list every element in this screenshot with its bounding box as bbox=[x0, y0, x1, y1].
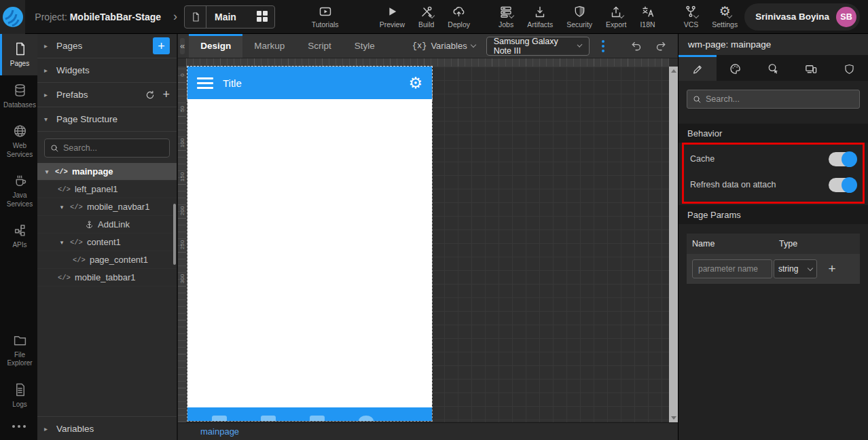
sidebar-item-java-services[interactable]: Java Services bbox=[0, 166, 37, 215]
design-canvas[interactable]: 0 50 100 150 200 250 300 Title ⚙ bbox=[178, 58, 678, 422]
devices-icon bbox=[804, 62, 818, 75]
section-pages[interactable]: ▸ Pages + bbox=[37, 34, 177, 58]
redo-icon[interactable] bbox=[649, 39, 674, 52]
section-variables[interactable]: ▸ Variables bbox=[37, 416, 177, 440]
scroll-down-icon[interactable] bbox=[671, 416, 676, 420]
wavemaker-logo[interactable] bbox=[0, 0, 25, 34]
more-options-icon[interactable] bbox=[0, 416, 37, 440]
page-content-widget[interactable] bbox=[187, 99, 432, 407]
sidebar-item-logs[interactable]: Logs bbox=[0, 375, 37, 416]
device-preview[interactable]: Title ⚙ bbox=[187, 67, 432, 421]
caret-expanded-icon[interactable]: ▾ bbox=[58, 239, 66, 246]
sidebar-item-databases[interactable]: Databases bbox=[0, 75, 37, 117]
project-name: MobileTabBar-Stage bbox=[70, 12, 161, 22]
variables-dropdown[interactable]: {x} Variables bbox=[412, 41, 475, 51]
security-icon bbox=[573, 5, 586, 18]
tree-item-mainpage[interactable]: ▾ </> mainpage bbox=[37, 163, 177, 181]
palette-icon bbox=[729, 62, 742, 75]
tutorials-button[interactable]: Tutorials bbox=[305, 0, 346, 33]
cache-toggle[interactable] bbox=[829, 152, 856, 166]
shield-icon bbox=[844, 63, 855, 75]
tab-design[interactable]: Design bbox=[189, 34, 242, 58]
caret-down-icon bbox=[470, 42, 475, 48]
add-page-button[interactable]: + bbox=[153, 37, 170, 54]
security-button[interactable]: Security bbox=[560, 0, 599, 33]
tree-item-left-panel1[interactable]: </> left_panel1 bbox=[37, 181, 177, 198]
sidebar-item-file-explorer[interactable]: File Explorer bbox=[0, 325, 37, 375]
add-prefab-icon[interactable]: + bbox=[162, 88, 170, 102]
explorer-scrollbar[interactable] bbox=[173, 204, 176, 265]
tree-item-mobile-tabbar1[interactable]: </> mobile_tabbar1 bbox=[37, 269, 177, 287]
sidebar-item-pages[interactable]: Pages bbox=[0, 34, 37, 75]
logs-document-icon bbox=[13, 382, 27, 397]
navbar-title[interactable]: Title bbox=[223, 77, 242, 89]
preview-button[interactable]: Preview bbox=[373, 0, 412, 33]
mobile-tabbar-widget[interactable] bbox=[187, 407, 432, 421]
refresh-data-on-attach-toggle[interactable] bbox=[829, 178, 856, 192]
section-page-structure[interactable]: ▾ Page Structure bbox=[37, 107, 177, 132]
refresh-icon[interactable] bbox=[145, 90, 156, 100]
more-canvas-options-icon[interactable] bbox=[599, 37, 607, 55]
tab-script[interactable]: Script bbox=[296, 34, 343, 58]
tab-styles[interactable] bbox=[717, 55, 755, 81]
section-widgets[interactable]: ▸ Widgets bbox=[37, 58, 177, 83]
field-refresh-data-on-attach: Refresh data on attach bbox=[684, 172, 863, 198]
logo-icon bbox=[1, 5, 24, 29]
tree-item-mobile-navbar1[interactable]: ▾ </> mobile_navbar1 bbox=[37, 198, 177, 216]
structure-search-input[interactable] bbox=[63, 143, 164, 153]
tree-item-content1[interactable]: ▾ </> content1 bbox=[37, 234, 177, 251]
tab-properties[interactable] bbox=[679, 55, 717, 81]
i18n-icon bbox=[640, 5, 655, 18]
page-structure-tree: ▾ </> mainpage </> left_panel1 ▾ </> mob… bbox=[37, 163, 177, 416]
breadcrumb-mainpage[interactable]: mainpage bbox=[200, 426, 239, 437]
sidebar-item-web-services[interactable]: Web Services bbox=[0, 116, 37, 166]
inspector-tabs bbox=[679, 55, 868, 81]
mobile-navbar-widget[interactable]: Title ⚙ bbox=[187, 67, 432, 99]
tabbar-item-icon bbox=[359, 416, 374, 421]
markup-tag-icon: </> bbox=[58, 274, 71, 282]
horizontal-ruler bbox=[186, 58, 669, 67]
undo-icon[interactable] bbox=[623, 39, 649, 52]
page-switcher[interactable]: Main bbox=[184, 5, 275, 29]
param-name-input[interactable] bbox=[692, 259, 772, 278]
properties-search-input[interactable] bbox=[706, 94, 854, 104]
settings-button[interactable]: ⚙ Settings bbox=[705, 0, 744, 33]
navbar-gear-icon[interactable]: ⚙ bbox=[408, 75, 422, 91]
hamburger-menu-icon[interactable] bbox=[197, 77, 213, 89]
jobs-button[interactable]: Jobs bbox=[492, 0, 520, 33]
tab-markup[interactable]: Markup bbox=[242, 34, 296, 58]
tree-item-addlink[interactable]: AddLink bbox=[37, 216, 177, 234]
param-type-select[interactable]: string bbox=[774, 259, 817, 278]
tab-style[interactable]: Style bbox=[343, 34, 386, 58]
grid-view-icon[interactable] bbox=[257, 11, 268, 22]
i18n-button[interactable]: I18N bbox=[633, 0, 662, 33]
behavior-section-header[interactable]: Behavior bbox=[679, 124, 868, 143]
build-button[interactable]: Build bbox=[412, 0, 441, 33]
page-params-section-header[interactable]: Page Params bbox=[679, 205, 868, 224]
sidebar-item-apis[interactable]: APIs bbox=[0, 215, 37, 257]
caret-expanded-icon[interactable]: ▾ bbox=[43, 168, 51, 175]
tab-security[interactable] bbox=[830, 55, 868, 81]
section-prefabs[interactable]: ▸ Prefabs + bbox=[37, 83, 177, 107]
coffee-cup-icon bbox=[13, 173, 27, 188]
device-select[interactable]: Samsung Galaxy Note III bbox=[486, 37, 590, 56]
collapse-left-panel-icon[interactable]: « bbox=[180, 38, 185, 54]
caret-down-icon bbox=[577, 42, 583, 48]
add-param-button[interactable]: + bbox=[822, 261, 842, 276]
caret-expanded-icon[interactable]: ▾ bbox=[58, 204, 66, 210]
export-button[interactable]: Export bbox=[599, 0, 633, 33]
user-menu[interactable]: Srinivasa Boyina SB bbox=[744, 3, 860, 31]
explorer-panel: ▸ Pages + ▸ Widgets ▸ Prefabs + ▾ Page S… bbox=[37, 34, 178, 440]
artifacts-button[interactable]: Artifacts bbox=[520, 0, 560, 33]
caret-collapsed-icon: ▸ bbox=[44, 67, 51, 74]
tree-item-page-content1[interactable]: </> page_content1 bbox=[37, 251, 177, 269]
build-icon bbox=[420, 5, 433, 18]
deploy-button[interactable]: Deploy bbox=[441, 0, 477, 33]
tabbar-item-icon bbox=[310, 416, 325, 421]
canvas-scrollbar[interactable] bbox=[669, 67, 678, 422]
tab-events[interactable] bbox=[755, 55, 793, 81]
vcs-button[interactable]: VCS bbox=[677, 0, 706, 33]
tab-devices[interactable] bbox=[792, 55, 830, 81]
cursor-select-icon bbox=[767, 62, 780, 75]
scroll-up-icon[interactable] bbox=[671, 69, 676, 73]
